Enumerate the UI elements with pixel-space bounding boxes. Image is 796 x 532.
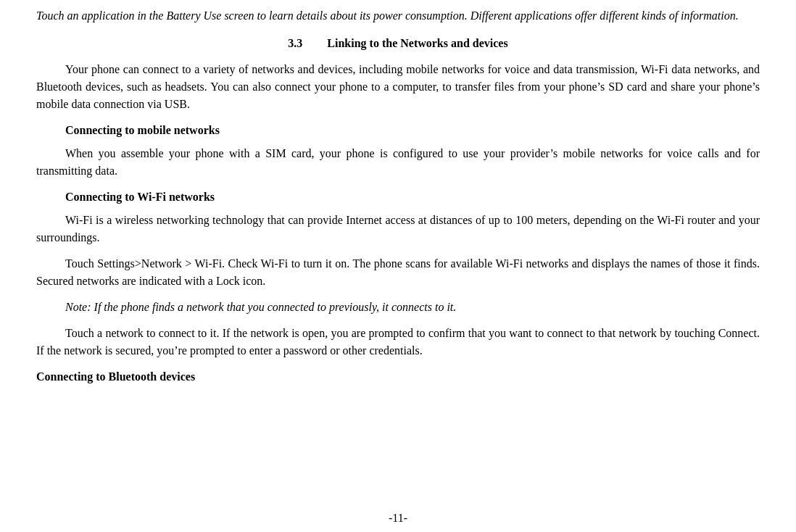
wifi-para2: Touch Settings>Network > Wi-Fi. Check Wi… [36,255,760,290]
wifi-para1: Wi-Fi is a wireless networking technolog… [36,212,760,246]
page-number: -11- [0,512,796,525]
section-3-3-heading: 3.3 Linking to the Networks and devices [36,35,760,52]
bluetooth-heading: Connecting to Bluetooth devices [36,368,760,386]
wifi-networks-heading: Connecting to Wi-Fi networks [65,188,760,206]
mobile-networks-body: When you assemble your phone with a SIM … [36,145,760,180]
mobile-networks-heading: Connecting to mobile networks [65,122,760,139]
wifi-note: Note: If the phone finds a network that … [36,299,760,316]
page-container: Touch an application in the Battery Use … [0,0,796,532]
main-paragraph: Your phone can connect to a variety of n… [36,61,760,113]
section-title: Linking to the Networks and devices [327,37,507,49]
wifi-para3: Touch a network to connect to it. If the… [36,325,760,359]
section-number: 3.3 [288,37,302,49]
intro-paragraph: Touch an application in the Battery Use … [36,7,760,25]
